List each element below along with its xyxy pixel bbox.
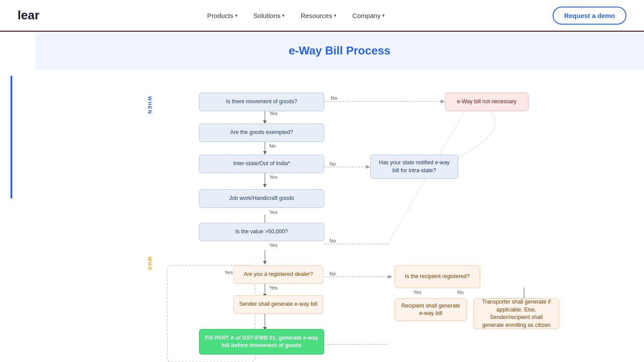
logo: lear bbox=[18, 8, 40, 22]
node-recipient-registered: Is the recipient registered? bbox=[394, 265, 480, 288]
navbar: lear Products ▾ Solutions ▾ Resources ▾ … bbox=[0, 0, 644, 32]
sidebar-left bbox=[0, 32, 35, 362]
svg-marker-2 bbox=[441, 100, 445, 103]
nav-products[interactable]: Products ▾ bbox=[207, 12, 238, 19]
svg-marker-20 bbox=[388, 275, 392, 279]
label-no-value: No bbox=[329, 238, 336, 243]
label-yes-who: Yes bbox=[224, 270, 233, 275]
label-yes-jobwork: Yes bbox=[269, 210, 278, 215]
chevron-down-icon: ▾ bbox=[282, 13, 285, 18]
flowchart-wrapper: WHEN WHO Is there movement of goods? No … bbox=[35, 79, 644, 362]
nav-company[interactable]: Company ▾ bbox=[352, 12, 385, 19]
node-value: Is the value >50,000? bbox=[199, 223, 324, 241]
section-when-label: WHEN bbox=[147, 96, 152, 115]
svg-marker-10 bbox=[366, 165, 370, 169]
label-yes-movement: Yes bbox=[269, 111, 278, 116]
node-exempted: Are the goods exempted? bbox=[199, 123, 324, 142]
chevron-down-icon: ▾ bbox=[382, 13, 385, 18]
nav-resources[interactable]: Resources ▾ bbox=[300, 12, 336, 19]
section-who-label: WHO bbox=[147, 257, 152, 271]
hero-banner: e-Way Bill Process bbox=[35, 32, 644, 70]
svg-marker-8 bbox=[263, 184, 267, 188]
svg-marker-14 bbox=[263, 261, 267, 264]
label-yes-registered: Yes bbox=[269, 285, 278, 290]
node-state-notified: Has your state notified e-way bill for i… bbox=[370, 155, 458, 179]
node-movement: Is there movement of goods? bbox=[199, 93, 324, 111]
node-recipient-generate: Recipient shall generate e-way bill bbox=[394, 298, 467, 321]
node-fill-part-a: Fill PART A of GST-EWB 01, generate e-wa… bbox=[199, 329, 324, 355]
label-no-exempted: No bbox=[269, 143, 276, 148]
label-yes-interstate: Yes bbox=[269, 174, 278, 180]
label-no-movement: No bbox=[331, 95, 337, 101]
content-area: e-Way Bill Process bbox=[35, 32, 644, 362]
chevron-down-icon: ▾ bbox=[334, 13, 336, 18]
node-interstate: Inter-state/Out of India* bbox=[199, 155, 324, 173]
node-sender-generate: Sender shall generate e-way bill bbox=[233, 295, 323, 314]
node-jobwork: Job work/Handicraft goods bbox=[199, 189, 324, 208]
flowchart: WHEN WHO Is there movement of goods? No … bbox=[142, 83, 537, 362]
nav-links: Products ▾ Solutions ▾ Resources ▾ Compa… bbox=[207, 12, 385, 19]
label-yes-recipient: Yes bbox=[413, 290, 422, 295]
node-transporter-generate: Transporter shall generate if applicable… bbox=[474, 298, 559, 329]
label-no-registered: No bbox=[329, 271, 336, 276]
nav-solutions[interactable]: Solutions ▾ bbox=[253, 12, 285, 19]
label-no-recipient: No bbox=[457, 290, 464, 295]
node-registered-dealer: Are you a registered dealer? bbox=[233, 265, 323, 284]
main-container: e-Way Bill Process bbox=[0, 32, 644, 362]
page-title: e-Way Bill Process bbox=[53, 44, 626, 58]
sidebar-bar bbox=[11, 76, 12, 199]
node-not-necessary: e-Way bill not necessary bbox=[445, 93, 528, 111]
svg-marker-6 bbox=[263, 151, 267, 155]
label-no-interstate: No bbox=[329, 161, 336, 167]
chevron-down-icon: ▾ bbox=[235, 13, 238, 18]
request-demo-button[interactable]: Request a demo bbox=[553, 7, 626, 25]
label-yes-value: Yes bbox=[269, 243, 278, 248]
